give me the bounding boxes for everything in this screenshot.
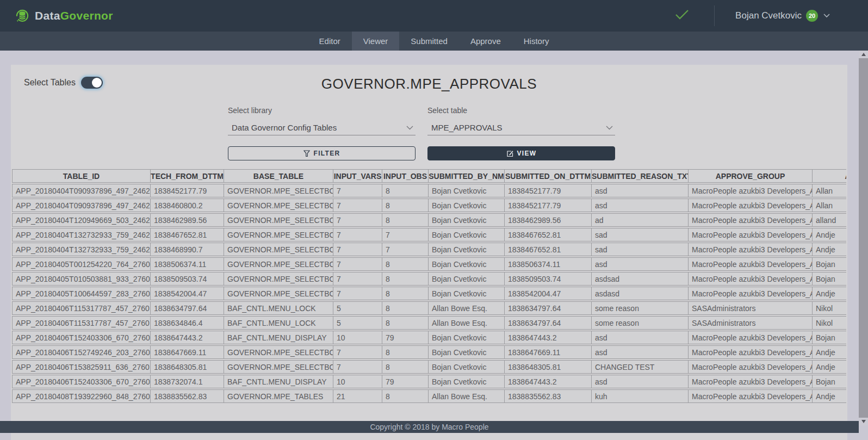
table-row[interactable]: APP_20180404T090937896_497_2462183846080… [12, 199, 846, 212]
table-cell: asd [592, 199, 689, 212]
tab-approve[interactable]: Approve [459, 32, 512, 51]
table-row[interactable]: APP_20180404T132732933_759_2462183846899… [12, 243, 846, 256]
table-cell: APP_20180405T100644597_283_2760 [12, 287, 151, 300]
table-select[interactable]: MPE_APPROVALS [427, 120, 615, 135]
table-cell: 7 [382, 243, 429, 256]
user-menu-chevron-down-icon[interactable] [823, 14, 830, 18]
table-cell: 1838634797.64 [505, 316, 592, 330]
column-header: TECH_FROM_DTTM [151, 169, 224, 183]
table-row[interactable]: APP_20180406T115317787_457_2760183863484… [12, 316, 846, 330]
table-cell: 1838732074.1 [151, 375, 224, 388]
table-cell: Allan [813, 184, 846, 197]
triangle-down-icon [861, 420, 866, 423]
table-cell: GOVERNOR.MPE_SELECTBOX [224, 199, 333, 212]
table-cell: APP_20180405T010503881_933_2760 [12, 272, 151, 286]
column-header: TABLE_ID [12, 169, 151, 183]
table-cell: 1838634846.4 [151, 316, 224, 330]
table-cell: 1838509503.74 [505, 272, 592, 286]
scrollbar-thumb[interactable] [859, 58, 868, 418]
table-cell: APP_20180405T001254220_764_2760 [12, 257, 151, 271]
table-cell: 8 [382, 287, 429, 300]
vertical-scrollbar[interactable] [859, 51, 868, 425]
tab-submitted[interactable]: Submitted [399, 32, 459, 51]
table-cell: BAF_CNTL.MENU_DISPLAY [224, 375, 333, 388]
table-row[interactable]: APP_20180404T090937896_497_2462183845217… [12, 184, 846, 197]
tab-editor[interactable]: Editor [308, 32, 352, 51]
user-name: Bojan Cvetkovic [735, 10, 802, 21]
table-row[interactable]: APP_20180406T153825911_636_2760183864830… [12, 360, 846, 374]
content-panel: Select Tables GOVERNOR.MPE_APPROVALS Sel… [11, 65, 847, 440]
table-cell: GOVERNOR.MPE_SELECTBOX [224, 213, 333, 227]
table-cell: Bojan Cvetkovic [429, 213, 505, 227]
table-cell: 7 [382, 228, 429, 241]
table-cell: BAF_CNTL.MENU_LOCK [224, 301, 333, 315]
table-cell: GOVERNOR.MPE_SELECTBOX [224, 272, 333, 286]
table-select-value: MPE_APPROVALS [431, 123, 503, 132]
table-cell: 7 [333, 257, 382, 271]
column-header: BASE_TABLE [224, 169, 333, 183]
table-cell: 7 [333, 360, 382, 374]
table-cell: MacroPeople azukbi3 Developers_A [689, 360, 813, 374]
table-select-label: Select table [427, 106, 615, 115]
table-row[interactable]: APP_20180406T152403306_670_2760183864744… [12, 331, 846, 344]
app-logo[interactable]: DataGovernor [14, 8, 113, 24]
table-row[interactable]: APP_20180408T193922960_848_2760183883556… [12, 389, 846, 403]
table-row[interactable]: APP_20180404T132732933_759_2462183846765… [12, 228, 846, 241]
table-row[interactable]: APP_20180406T152403306_670_2760183873207… [12, 375, 846, 388]
table-cell: some reason [592, 301, 689, 315]
table-cell: 1838634797.64 [151, 301, 224, 315]
table-cell: some reason [592, 316, 689, 330]
checkmark-icon [675, 9, 689, 22]
table-cell: 7 [333, 272, 382, 286]
table-cell: APP_20180406T115317787_457_2760 [12, 316, 151, 330]
user-area: Bojan Cvetkovic 20 [675, 5, 830, 26]
scrollbar-up-arrow[interactable] [859, 51, 868, 58]
table-cell: 1838647669.11 [505, 345, 592, 359]
table-cell: 1838509503.74 [151, 272, 224, 286]
table-row[interactable]: APP_20180406T152749246_203_2760183864766… [12, 345, 846, 359]
table-cell: Bojan [813, 272, 846, 286]
table-cell: Bojan Cvetkovic [429, 199, 505, 212]
table-cell: Bojan Cvetkovic [429, 375, 505, 388]
table-cell: MacroPeople azukbi3 Developers_A [689, 213, 813, 227]
column-header: A [813, 169, 846, 183]
scrollbar-down-arrow[interactable] [859, 418, 868, 425]
table-cell: Bojan Cvetkovic [429, 287, 505, 300]
filter-button[interactable]: FILTER [228, 146, 416, 160]
table-cell: 1838468990.7 [151, 243, 224, 256]
table-cell: 7 [333, 184, 382, 197]
table-cell: BAF_CNTL.MENU_LOCK [224, 316, 333, 330]
table-cell: asdsad [592, 272, 689, 286]
chevron-down-icon [406, 126, 413, 130]
edit-square-icon [506, 150, 513, 157]
column-header: APPROVE_GROUP [689, 169, 813, 183]
table-cell: Allan Bowe Esq. [429, 301, 505, 315]
user-count-badge: 20 [806, 10, 818, 22]
main-nav: EditorViewerSubmittedApproveHistory [0, 32, 868, 51]
table-row[interactable]: APP_20180405T100644597_283_2760183854200… [12, 287, 846, 300]
table-cell: Andje [813, 389, 846, 403]
table-row[interactable]: APP_20180405T010503881_933_2760183850950… [12, 272, 846, 286]
table-cell: asd [592, 257, 689, 271]
table-cell: MacroPeople azukbi3 Developers_A [689, 345, 813, 359]
table-cell: GOVERNOR.MPE_SELECTBOX [224, 360, 333, 374]
table-cell: asd [592, 331, 689, 344]
table-cell: APP_20180406T152403306_670_2760 [12, 331, 151, 344]
approvals-table: TABLE_IDTECH_FROM_DTTMBASE_TABLEINPUT_VA… [12, 168, 846, 404]
table-cell: GOVERNOR.MPE_SELECTBOX [224, 243, 333, 256]
column-header: SUBMITTED_ON_DTTM [505, 169, 592, 183]
column-header: SUBMITTED_REASON_TXT [592, 169, 689, 183]
table-cell: Andje [813, 287, 846, 300]
table-header-row: TABLE_IDTECH_FROM_DTTMBASE_TABLEINPUT_VA… [12, 169, 846, 183]
table-cell: APP_20180406T115317787_457_2760 [12, 301, 151, 315]
table-row[interactable]: APP_20180406T115317787_457_2760183863479… [12, 301, 846, 315]
table-row[interactable]: APP_20180405T001254220_764_2760183850637… [12, 257, 846, 271]
table-cell: GOVERNOR.MPE_SELECTBOX [224, 287, 333, 300]
tab-history[interactable]: History [512, 32, 561, 51]
view-button[interactable]: VIEW [427, 146, 615, 160]
table-cell: sad [592, 228, 689, 241]
table-row[interactable]: APP_20180404T120949669_503_2462183846298… [12, 213, 846, 227]
page-title: GOVERNOR.MPE_APPROVALS [11, 76, 847, 92]
library-select[interactable]: Data Governor Config Tables [228, 120, 416, 135]
tab-viewer[interactable]: Viewer [352, 32, 400, 51]
